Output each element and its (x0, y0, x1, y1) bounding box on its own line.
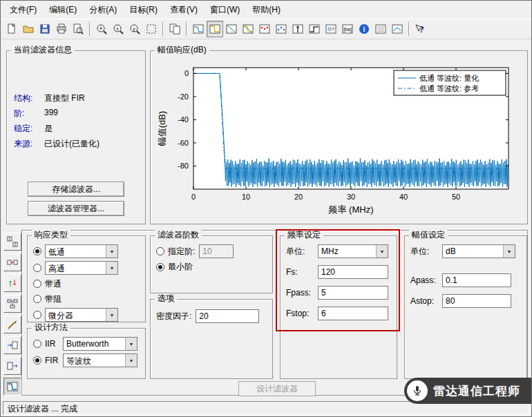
fpass-input[interactable] (318, 286, 388, 300)
panel-title: 当前滤波器信息 (11, 45, 75, 55)
design-filter-icon[interactable] (3, 378, 21, 396)
svg-text:30: 30 (347, 193, 355, 201)
phase-response-icon[interactable] (223, 21, 240, 37)
print-preview-icon[interactable] (70, 21, 86, 37)
option-specify-order: 指定阶: (156, 244, 267, 258)
menu-help[interactable]: 帮助(H) (246, 1, 287, 19)
toolbar-separator (89, 22, 91, 36)
chevron-down-icon: ▼ (125, 338, 137, 350)
svg-text:x: x (116, 26, 119, 31)
full-view-icon[interactable] (143, 21, 160, 37)
lowpass-combo[interactable]: 低通▼ (45, 244, 118, 258)
menu-targets[interactable]: 目标(R) (123, 1, 164, 19)
import-filter-icon[interactable] (3, 336, 21, 354)
mag-unit-combo[interactable]: dB▼ (442, 244, 515, 258)
svg-text:50: 50 (452, 193, 460, 201)
minimum-order-radio[interactable] (156, 263, 164, 271)
menu-window[interactable]: 窗口(W) (204, 1, 246, 19)
zoom-in-icon[interactable] (93, 21, 110, 37)
astop-input[interactable] (442, 294, 511, 308)
pole-zero-icon[interactable] (323, 21, 339, 37)
coefficients-icon[interactable]: [ba] (339, 21, 356, 37)
microphone-icon (407, 380, 428, 401)
option-bandpass: 带通 (33, 278, 140, 290)
iir-radio[interactable] (33, 340, 41, 348)
group-delay-icon[interactable] (256, 21, 273, 37)
apass-input[interactable] (442, 273, 511, 287)
help-icon[interactable]: ? (412, 21, 429, 37)
menu-view[interactable]: 查看(V) (164, 1, 204, 19)
realize-model-icon[interactable] (3, 295, 21, 313)
chevron-down-icon: ▼ (106, 245, 117, 258)
apass-row: Apass: (410, 273, 521, 287)
tile-icon[interactable] (167, 21, 183, 37)
set-quantization-icon[interactable] (3, 233, 21, 251)
transform-filter-icon[interactable] (3, 253, 21, 271)
differentiator-combo[interactable]: 微分器▼ (45, 308, 118, 322)
save-icon[interactable] (37, 21, 53, 37)
magnitude-response-panel: 幅值响应(dB) 010203040500-20-40-60-80频率 (MHz… (150, 50, 528, 224)
chevron-down-icon: ▼ (125, 354, 137, 367)
svg-text:0: 0 (184, 69, 189, 77)
freq-unit-row: 单位: MHz▼ (286, 244, 391, 258)
menu-file[interactable]: 文件(F) (3, 1, 43, 19)
fstop-input[interactable] (318, 307, 388, 320)
density-factor-input[interactable] (196, 309, 259, 323)
iir-method-combo[interactable]: Butterworth▼ (63, 337, 137, 351)
round-mode-icon[interactable] (389, 21, 406, 37)
impulse-response-icon[interactable] (289, 21, 306, 37)
fir-method-combo[interactable]: 等波纹▼ (63, 353, 137, 367)
side-toolbar (3, 233, 23, 396)
freq-unit-combo[interactable]: MHz▼ (318, 244, 388, 258)
open-icon[interactable] (20, 21, 37, 37)
menu-analysis[interactable]: 分析(A) (83, 1, 123, 19)
plot-canvas: 010203040500-20-40-60-80频率 (MHz)幅值(dB)低通… (155, 57, 523, 222)
print-icon[interactable] (53, 21, 70, 37)
toolbar-separator (162, 22, 164, 36)
option-highpass: 高通▼ (33, 261, 140, 275)
svg-text:-80: -80 (178, 162, 189, 170)
specify-order-input[interactable] (199, 244, 234, 258)
magnitude-phase-icon[interactable] (240, 21, 256, 37)
info-structure: 结构: 直接型 FIR (14, 93, 138, 104)
magnitude-specs-icon[interactable] (372, 21, 389, 37)
fdatool-window: 文件(F) 编辑(E) 分析(A) 目标(R) 查看(V) 窗口(W) 帮助(H… (0, 0, 532, 417)
fs-input[interactable] (318, 265, 388, 279)
menu-bar: 文件(F) 编辑(E) 分析(A) 目标(R) 查看(V) 窗口(W) 帮助(H… (1, 1, 531, 19)
zoom-y-icon[interactable]: y (126, 21, 143, 37)
filter-info-icon[interactable]: i (356, 21, 372, 37)
panel-title: 频率设定 (285, 230, 323, 240)
menu-edit[interactable]: 编辑(E) (43, 1, 83, 19)
panel-title: 幅值设定 (409, 230, 448, 240)
export-filter-icon[interactable] (3, 357, 21, 375)
toolbar-separator (186, 22, 187, 36)
fir-radio[interactable] (33, 356, 41, 365)
astop-row: Astop: (410, 294, 521, 308)
zoom-x-icon[interactable]: x (110, 21, 126, 37)
bandpass-radio[interactable] (33, 280, 41, 288)
step-response-icon[interactable] (306, 21, 323, 37)
filter-manager-button[interactable]: 滤波器管理器... (28, 201, 124, 216)
specify-order-radio[interactable] (156, 247, 164, 255)
main-toolbar: x y [ba] i ? (1, 19, 531, 39)
new-icon[interactable] (3, 21, 20, 37)
bandstop-radio[interactable] (33, 295, 41, 303)
pole-zero-editor-icon[interactable] (3, 316, 21, 333)
filter-specs-icon[interactable] (190, 21, 207, 37)
lowpass-radio[interactable] (33, 247, 41, 255)
chevron-down-icon: ▼ (503, 245, 515, 258)
panel-title: 滤波器阶数 (155, 230, 202, 240)
frequency-specs-panel: 频率设定 单位: MHz▼ Fs: Fpass: Fstop: (280, 235, 397, 379)
phase-delay-icon[interactable] (273, 21, 289, 37)
option-fir: FIR 等波纹▼ (33, 353, 140, 367)
highpass-radio[interactable] (33, 264, 41, 272)
option-bandstop: 带阻 (33, 293, 140, 305)
differentiator-radio[interactable] (33, 311, 41, 319)
design-filter-button[interactable]: 设计滤波器 (238, 381, 316, 396)
magnitude-response-icon[interactable] (207, 21, 223, 37)
multirate-converter-icon[interactable] (3, 274, 21, 292)
magnitude-specs-panel: 幅值设定 单位: dB▼ Apass: Astop: (404, 235, 527, 379)
highpass-combo[interactable]: 高通▼ (45, 261, 118, 275)
store-filter-button[interactable]: 存储滤波器... (28, 182, 124, 197)
svg-text:低通 等波纹: 量化: 低通 等波纹: 量化 (419, 74, 479, 82)
